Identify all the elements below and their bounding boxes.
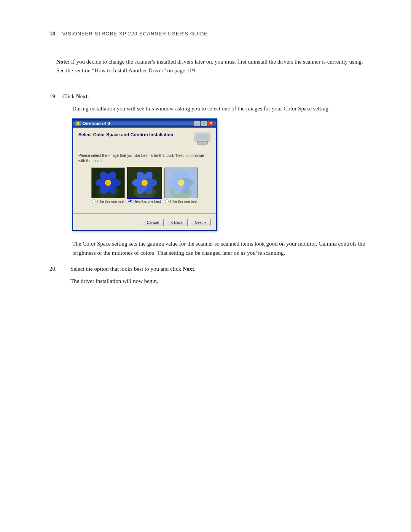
- page-number: 10: [49, 30, 56, 37]
- radio-text-3: I like this one best: [170, 200, 197, 203]
- dialog-footer: Cancel < Back Next >: [73, 217, 216, 230]
- svg-point-33: [179, 181, 183, 185]
- radio-2[interactable]: [128, 200, 132, 203]
- onetouch-dialog: OneTouch 4.0 _ □ ✕ Select Color Space an…: [72, 118, 217, 231]
- color-space-paragraph: The Color Space setting sets the gamma v…: [72, 239, 373, 257]
- dialog-heading: Select Color Space and Confirm Installat…: [78, 132, 173, 137]
- step-19-period: .: [88, 93, 89, 99]
- flower-cell-2: I like this one best: [128, 168, 161, 203]
- svg-point-13: [106, 181, 110, 185]
- back-button[interactable]: < Back: [166, 219, 188, 226]
- dialog-body: Select Color Space and Confirm Installat…: [73, 128, 216, 210]
- svg-point-23: [143, 181, 147, 185]
- svg-rect-2: [196, 134, 209, 140]
- step-20-period: .: [194, 266, 196, 272]
- step-19-line: 19. Click Next.: [61, 92, 373, 101]
- svg-rect-3: [197, 141, 208, 144]
- step-19-next-bold: Next: [76, 93, 88, 99]
- step-20-line: 20. Select the option that looks best to…: [49, 264, 373, 273]
- flower-cell-3: I like this one best: [164, 168, 198, 203]
- radio-text-1: I like this one best: [97, 200, 124, 203]
- step-19-block: 19. Click Next. During installation you …: [49, 92, 373, 231]
- radio-text-2: I like this one best: [133, 200, 161, 203]
- next-button[interactable]: Next >: [190, 219, 211, 226]
- cancel-button[interactable]: Cancel: [142, 219, 164, 226]
- svg-point-0: [76, 122, 80, 125]
- radio-label-3: I like this one best: [165, 200, 197, 203]
- note-box: Note: If you decide to change the scanne…: [49, 52, 373, 81]
- flower-row: I like this one best: [78, 168, 211, 203]
- flower-cell-1: I like this one best: [91, 168, 125, 203]
- step-20-action: Select the option that looks best to you…: [70, 264, 373, 273]
- dialog-separator: [73, 213, 216, 214]
- maximize-button[interactable]: □: [201, 121, 207, 126]
- step-19-number: 19.: [49, 92, 61, 101]
- dialog-window-controls: _ □ ✕: [194, 121, 214, 126]
- dialog-title: OneTouch 4.0: [83, 121, 110, 126]
- step-20-next-bold: Next: [183, 266, 194, 272]
- radio-label-2: I like this one best: [128, 200, 161, 203]
- step-20-desc: The driver installation will now begin.: [70, 276, 373, 286]
- note-text: If you decide to change the scanner's in…: [56, 59, 363, 73]
- scanner-icon: [194, 132, 211, 146]
- step-19-action: Click Next.: [62, 93, 89, 99]
- step-20-block: 20. Select the option that looks best to…: [49, 264, 373, 286]
- dialog-wrapper: OneTouch 4.0 _ □ ✕ Select Color Space an…: [72, 118, 373, 231]
- flower-image-3[interactable]: [164, 168, 198, 198]
- flower-image-1[interactable]: [91, 168, 125, 198]
- page-header: 10 Visioneer Strobe XP 220 Scanner User'…: [49, 30, 373, 37]
- titlebar-left: OneTouch 4.0: [75, 121, 110, 126]
- step-20-number: 20.: [49, 264, 70, 273]
- page-title: Visioneer Strobe XP 220 Scanner User's G…: [62, 31, 208, 37]
- dialog-heading-row: Select Color Space and Confirm Installat…: [78, 132, 211, 149]
- close-button[interactable]: ✕: [208, 121, 214, 126]
- radio-label-1: I like this one best: [92, 200, 124, 203]
- page: 10 Visioneer Strobe XP 220 Scanner User'…: [0, 0, 411, 324]
- dialog-titlebar: OneTouch 4.0 _ □ ✕: [73, 119, 216, 128]
- step-20-action-text: Select the option that looks best to you…: [70, 266, 183, 272]
- dialog-instruction: Please select the image that you like be…: [78, 153, 211, 164]
- note-label: Note:: [56, 59, 70, 65]
- step-19-desc: During installation you will see this wi…: [72, 104, 373, 113]
- dialog-app-icon: [75, 121, 81, 126]
- minimize-button[interactable]: _: [194, 121, 200, 126]
- radio-3[interactable]: [165, 200, 169, 203]
- radio-1[interactable]: [92, 200, 96, 203]
- flower-image-2[interactable]: [128, 168, 161, 198]
